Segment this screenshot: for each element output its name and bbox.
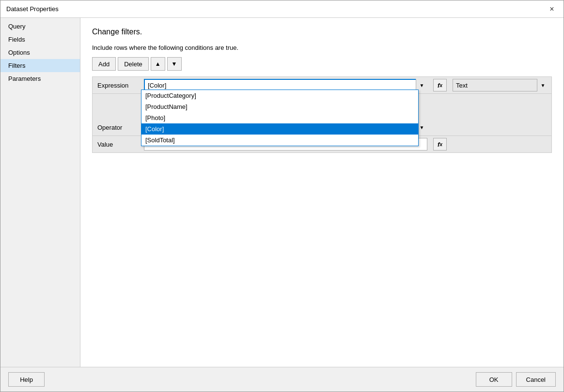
value-fx-icon-x: x xyxy=(439,142,442,147)
dialog-body: Query Fields Options Filters Parameters … xyxy=(0,18,564,367)
fx-icon-x: x xyxy=(439,83,442,88)
move-up-button[interactable]: ▲ xyxy=(151,57,165,71)
sidebar-item-parameters[interactable]: Parameters xyxy=(0,72,80,85)
move-down-button[interactable]: ▼ xyxy=(167,57,182,71)
dropdown-item-soldtotal[interactable]: [SoldTotal] xyxy=(141,135,418,146)
value-fx-cell: fx xyxy=(430,136,450,152)
dropdown-item-photo[interactable]: [Photo] xyxy=(141,112,418,123)
dropdown-item-productname[interactable]: [ProductName] xyxy=(141,101,418,112)
dialog-footer: Help OK Cancel xyxy=(0,367,564,392)
value-fx-button[interactable]: fx xyxy=(433,138,447,151)
add-button[interactable]: Add xyxy=(92,57,116,71)
operator-label: Operator xyxy=(93,121,141,134)
operator-fx-spacer xyxy=(430,125,450,129)
help-button[interactable]: Help xyxy=(8,372,45,387)
filter-toolbar: Add Delete ▲ ▼ xyxy=(92,57,552,71)
main-content: Change filters. Include rows where the f… xyxy=(80,18,564,367)
dropdown-item-productcategory[interactable]: [ProductCategory] xyxy=(141,90,418,101)
sidebar-item-options[interactable]: Options xyxy=(0,46,80,59)
down-arrow-icon: ▼ xyxy=(172,60,177,67)
expression-fx-cell: fx xyxy=(430,77,450,93)
footer-right: OK Cancel xyxy=(476,372,556,387)
value-type-spacer xyxy=(450,142,551,146)
type-cell: Text Integer Float Date/Time Boolean ▼ xyxy=(450,77,551,93)
title-bar: Dataset Properties × xyxy=(0,0,564,18)
description-text: Include rows where the following conditi… xyxy=(92,44,552,51)
expression-row: Expression [ProductCategory] [ProductNam… xyxy=(93,77,551,94)
sidebar: Query Fields Options Filters Parameters xyxy=(0,18,80,367)
expression-fx-button[interactable]: fx xyxy=(433,79,447,91)
page-title: Change filters. xyxy=(92,28,552,36)
expression-dropdown: [ProductCategory] [ProductName] [Photo] … xyxy=(141,90,419,146)
value-label: Value xyxy=(93,138,141,151)
sidebar-item-filters[interactable]: Filters xyxy=(0,59,80,72)
type-select-container: Text Integer Float Date/Time Boolean ▼ xyxy=(453,79,548,91)
filter-grid: Expression [ProductCategory] [ProductNam… xyxy=(92,76,552,153)
expression-label: Expression xyxy=(93,79,141,92)
type-select[interactable]: Text Integer Float Date/Time Boolean xyxy=(453,79,548,91)
expression-cell: [ProductCategory] [ProductName] [Photo] … xyxy=(141,77,430,93)
dropdown-item-color[interactable]: [Color] xyxy=(141,123,418,135)
footer-left: Help xyxy=(8,372,45,387)
operator-type-spacer xyxy=(450,125,551,129)
dataset-properties-dialog: Dataset Properties × Query Fields Option… xyxy=(0,0,564,392)
delete-button[interactable]: Delete xyxy=(118,57,149,71)
close-button[interactable]: × xyxy=(546,3,558,15)
dialog-title: Dataset Properties xyxy=(6,5,59,13)
up-arrow-icon: ▲ xyxy=(155,60,161,67)
sidebar-item-fields[interactable]: Fields xyxy=(0,33,80,46)
ok-button[interactable]: OK xyxy=(476,372,512,387)
cancel-button[interactable]: Cancel xyxy=(516,372,556,387)
sidebar-item-query[interactable]: Query xyxy=(0,20,80,33)
